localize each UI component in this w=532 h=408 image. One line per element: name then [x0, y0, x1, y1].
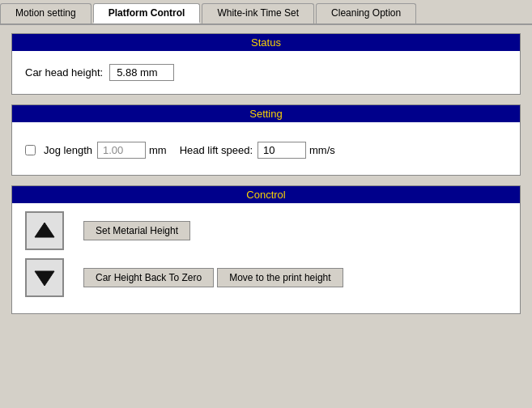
up-arrow-icon: [33, 219, 56, 242]
control-panel: Conctrol Set Metarial Height Car Hei: [11, 185, 521, 314]
setting-panel-header: Setting: [12, 105, 520, 122]
tab-white-ink-time-set[interactable]: White-ink Time Set: [202, 3, 314, 23]
tab-cleaning-option[interactable]: Cleaning Option: [316, 3, 416, 23]
jog-length-checkbox-area[interactable]: [25, 145, 39, 155]
setting-row: Jog length mm Head lift speed: mm/s: [25, 130, 507, 167]
tab-motion-setting[interactable]: Motion setting: [0, 3, 92, 23]
main-content: Status Car head height: 5.88 mm Setting …: [0, 25, 532, 332]
tabs-bar: Motion setting Platform Control White-in…: [0, 0, 532, 25]
jog-length-unit: mm: [149, 144, 167, 156]
set-material-height-button[interactable]: Set Metarial Height: [83, 221, 190, 240]
head-lift-speed-input[interactable]: [257, 142, 306, 159]
tab-platform-control[interactable]: Platform Control: [93, 3, 201, 23]
move-to-print-height-button[interactable]: Move to the print height: [217, 268, 343, 287]
setting-panel: Setting Jog length mm Head lift speed: m…: [11, 104, 521, 176]
car-height-back-to-zero-button[interactable]: Car Height Back To Zero: [83, 268, 214, 287]
jog-length-checkbox[interactable]: [25, 145, 36, 155]
svg-marker-0: [35, 223, 54, 237]
status-panel: Status Car head height: 5.88 mm: [11, 33, 521, 95]
down-row: Car Height Back To Zero Move to the prin…: [25, 258, 507, 297]
car-head-height-row: Car head height: 5.88 mm: [25, 59, 507, 86]
up-arrow-button[interactable]: [25, 211, 64, 250]
head-lift-speed-unit: mm/s: [309, 144, 335, 156]
car-head-height-label: Car head height:: [25, 66, 103, 79]
up-row: Set Metarial Height: [25, 211, 507, 250]
control-panel-header: Conctrol: [12, 186, 520, 203]
jog-length-input[interactable]: [97, 142, 146, 159]
down-arrow-icon: [33, 266, 56, 289]
control-panel-body: Set Metarial Height Car Height Back To Z…: [12, 203, 520, 313]
down-arrow-button[interactable]: [25, 258, 64, 297]
status-panel-header: Status: [12, 34, 520, 51]
car-head-height-value: 5.88 mm: [109, 64, 174, 81]
head-lift-speed-label: Head lift speed:: [180, 144, 253, 156]
status-panel-body: Car head height: 5.88 mm: [12, 51, 520, 94]
setting-panel-body: Jog length mm Head lift speed: mm/s: [12, 122, 520, 175]
svg-marker-1: [35, 271, 54, 286]
jog-length-label: Jog length: [44, 144, 92, 156]
